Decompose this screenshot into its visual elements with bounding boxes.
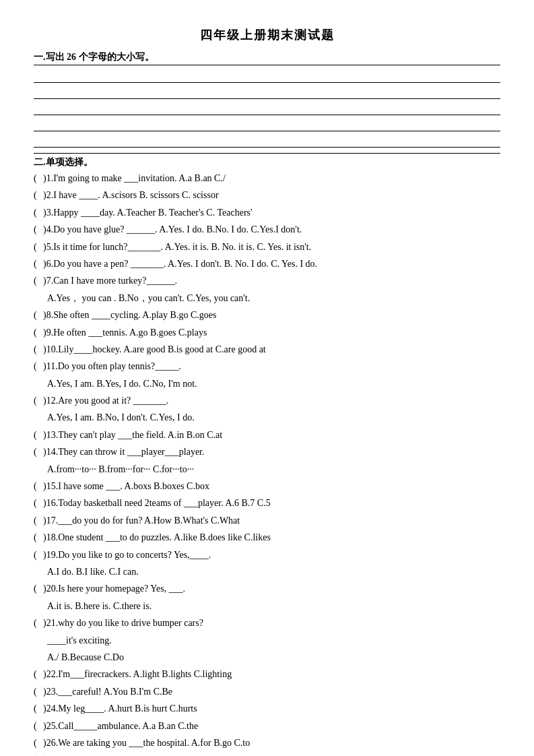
question-item-34: ()27.Good morning!_____. <box>34 753 500 756</box>
write-line-3 <box>34 100 500 115</box>
question-item-15: ()13.They can't play ___the field. A.in … <box>34 428 500 443</box>
question-item-23: A.I do. B.I like. C.I can. <box>47 565 500 579</box>
paren: ( <box>34 479 43 494</box>
section1-header: 一.写出 26 个字母的大小写。 <box>34 51 500 65</box>
paren: ( <box>34 257 43 272</box>
question-item-24: ()20.Is here your homepage? Yes, ___. <box>34 581 500 596</box>
paren: ( <box>34 325 43 340</box>
paren: ( <box>34 393 43 408</box>
paren: ( <box>34 753 43 756</box>
paren: ( <box>34 548 43 563</box>
question-item-16: ()14.They can throw it ___player___playe… <box>34 445 500 460</box>
paren: ( <box>34 496 43 511</box>
question-item-13: ()12.Are you good at it? _______. <box>34 393 500 408</box>
paren: ( <box>34 667 43 682</box>
write-line-1 <box>34 68 500 83</box>
paren: ( <box>34 308 43 323</box>
question-item-11: ()11.Do you often play tennis?_____. <box>34 359 500 374</box>
question-item-19: ()16.Today basketball need 2teams of ___… <box>34 496 500 511</box>
paren: ( <box>34 240 43 255</box>
section2-header: 二.单项选择。 <box>34 153 500 168</box>
question-item-33: ()26.We are taking you ___the hospital. … <box>34 736 500 751</box>
paren: ( <box>34 513 43 528</box>
question-item-32: ()25.Call_____ambulance. A.a B.an C.the <box>34 719 500 734</box>
paren: ( <box>34 171 43 186</box>
paren: ( <box>34 616 43 631</box>
question-item-5: ()6.Do you have a pen? _______. A.Yes. I… <box>34 257 500 272</box>
question-item-12: A.Yes, I am. B.Yes, I do. C.No, I'm not. <box>47 377 500 391</box>
question-item-26: ()21.why do you like to drive bumper car… <box>34 616 500 631</box>
paren: ( <box>34 428 43 443</box>
question-item-31: ()24.My leg____. A.hurt B.is hurt C.hurt… <box>34 701 500 716</box>
paren: ( <box>34 206 43 220</box>
paren: ( <box>34 581 43 596</box>
paren: ( <box>34 719 43 734</box>
page-title: 四年级上册期末测试题 <box>34 27 500 43</box>
question-item-10: ()10.Lily____hockey. A.are good B.is goo… <box>34 342 500 357</box>
question-item-3: ()4.Do you have glue? ______. A.Yes. I d… <box>34 222 500 237</box>
questions-container: ()1.I'm going to make ___invitation. A.a… <box>34 171 500 756</box>
question-item-30: ()23.___careful! A.You B.I'm C.Be <box>34 685 500 699</box>
paren: ( <box>34 445 43 460</box>
paren: ( <box>34 222 43 237</box>
question-item-4: ()5.Is it time for lunch?_______. A.Yes.… <box>34 240 500 255</box>
question-item-17: A.from···to··· B.from···for··· C.for···t… <box>47 462 500 477</box>
paren: ( <box>34 736 43 751</box>
question-item-1: ()2.I have ____. A.scisors B. scissors C… <box>34 188 500 203</box>
write-line-5 <box>34 133 500 148</box>
question-item-7: A.Yes， you can . B.No，you can't. C.Yes, … <box>47 291 500 306</box>
question-item-29: ()22.I'm___firecrackers. A.light B.light… <box>34 667 500 682</box>
paren: ( <box>34 530 43 545</box>
write-lines-area <box>34 68 500 148</box>
question-item-9: ()9.He often ___tennis. A.go B.goes C.pl… <box>34 325 500 340</box>
question-item-28: A./ B.Because C.Do <box>47 650 500 665</box>
question-item-18: ()15.I have some ___. A.boxs B.boxes C.b… <box>34 479 500 494</box>
write-line-2 <box>34 84 500 99</box>
question-item-21: ()18.One student ___to do puzzles. A.lik… <box>34 530 500 545</box>
write-line-4 <box>34 117 500 131</box>
question-item-25: A.it is. B.here is. C.there is. <box>47 599 500 614</box>
question-item-6: ()7.Can I have more turkey?______. <box>34 274 500 288</box>
question-item-22: ()19.Do you like to go to concerts? Yes,… <box>34 548 500 563</box>
question-item-2: ()3.Happy ____day. A.Teacher B. Teacher'… <box>34 206 500 220</box>
question-item-0: ()1.I'm going to make ___invitation. A.a… <box>34 171 500 186</box>
paren: ( <box>34 342 43 357</box>
question-item-27: ____it's exciting. <box>47 633 500 648</box>
question-item-20: ()17.___do you do for fun? A.How B.What'… <box>34 513 500 528</box>
paren: ( <box>34 701 43 716</box>
question-item-8: ()8.She often ____cycling. A.play B.go C… <box>34 308 500 323</box>
paren: ( <box>34 188 43 203</box>
paren: ( <box>34 685 43 699</box>
paren: ( <box>34 359 43 374</box>
question-item-14: A.Yes, I am. B.No, I don't. C.Yes, I do. <box>47 410 500 425</box>
paren: ( <box>34 274 43 288</box>
